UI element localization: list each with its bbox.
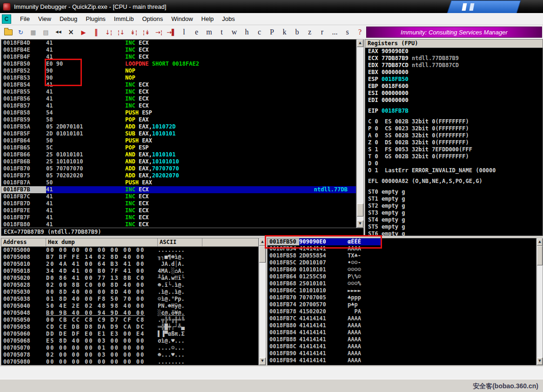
scrollbar-thumb[interactable] <box>357 203 363 216</box>
toolbar-k-button[interactable]: k <box>279 27 290 38</box>
register-text-row[interactable]: O 1 LastErr ERROR_INVALID_NAME (00000 <box>365 167 543 174</box>
toolbar-P-button[interactable]: P <box>266 27 278 38</box>
register-text-row[interactable]: A 0 SS 002B 32bit 0(FFFFFFFF) <box>365 132 543 139</box>
stack-row[interactable]: 0018FB7420700570p♣p <box>268 301 536 308</box>
stack-row[interactable]: 0018FB7070707005♣ppp <box>268 294 536 301</box>
stack-row[interactable]: 0018FB50909090E0αÉÉÉ <box>268 238 536 245</box>
disasm-row[interactable]: 0018FB5441INC ECX <box>1 81 356 88</box>
stack-row[interactable]: 0018FB9841414141AAAA <box>268 364 536 365</box>
registers-pane[interactable]: Registers (FPU) EAX 909090E0ECX 77DB87B9… <box>365 39 543 236</box>
menu-options[interactable]: Options <box>138 14 167 24</box>
disasm-row[interactable]: 0018FB5741INC ECX <box>1 102 356 109</box>
title-bar[interactable]: Immunity Debugger - QuickZip.exe - [CPU … <box>0 0 543 13</box>
disasm-row[interactable]: 0018FB6625 01010101AND EAX,1010101 <box>1 151 356 158</box>
menu-plugins[interactable]: Plugins <box>81 14 110 24</box>
disasm-row[interactable]: 0018FB5958POP EAX <box>1 116 356 123</box>
toolbar-b-button[interactable]: b <box>291 27 303 38</box>
scroll-down-icon[interactable]: ▼ <box>537 358 543 365</box>
scroll-up-icon[interactable]: ▲ <box>259 238 266 246</box>
register-text-row[interactable]: ST5 empty g <box>365 223 543 230</box>
menu-jobs[interactable]: Jobs <box>218 14 239 24</box>
dump-scrollbar[interactable]: ▲ ▼ <box>259 238 266 365</box>
register-row[interactable]: ESP 0018FB50 <box>365 76 543 83</box>
close-program-button[interactable]: × <box>65 27 77 38</box>
disasm-row[interactable]: 0018FB5F2D 01010101SUB EAX,1010101 <box>1 130 356 137</box>
register-row[interactable]: EBX 00000000 <box>365 69 543 76</box>
scrollbar-thumb[interactable] <box>259 246 266 263</box>
register-text-row[interactable]: C 0 ES 002B 32bit 0(FFFFFFFF) <box>365 118 543 125</box>
stack-row[interactable]: 0018FB6C10101010►►►► <box>268 287 536 294</box>
execute-till-return-button[interactable]: →¦ <box>153 27 165 38</box>
disasm-scrollbar[interactable]: ▲ ▼ <box>356 39 364 228</box>
menu-view[interactable]: View <box>34 14 55 24</box>
stack-row[interactable]: 0018FB5C2D010107•☺☺- <box>268 259 536 266</box>
stack-row[interactable]: 0018FB8C41414141AAAA <box>268 343 536 350</box>
disassembly-pane[interactable]: 0018FB4D41INC ECX0018FB4E41INC ECX0018FB… <box>1 39 356 228</box>
open-file-button[interactable] <box>2 27 14 38</box>
register-text-row[interactable]: EFL 00000A82 (O,NB,NE,A,S,PO,GE,G) <box>365 178 543 185</box>
toolbar-more-button[interactable]: ... <box>329 27 341 38</box>
toolbar-m-button[interactable]: m <box>203 27 215 38</box>
disasm-row[interactable]: 0018FB4F41INC ECX <box>1 54 356 61</box>
register-row[interactable]: ESI 00000000 <box>365 90 543 97</box>
step-into-button[interactable]: ↓¦ <box>103 27 114 38</box>
disasm-row[interactable]: 0018FB7B41INC ECXntdll.77DB <box>1 186 356 193</box>
dump-row[interactable]: 0070503801 8D 40 00 F8 50 70 00☺ì@.°Pp. <box>1 296 258 303</box>
stack-row[interactable]: 0018FB5441414141AAAA <box>268 245 536 252</box>
dump-row[interactable]: 00705060DD DE DF E0 E1 E3 00 E4▌▐▀αßπ.Σ <box>1 331 258 338</box>
toolbar-s-button[interactable]: s <box>342 27 353 38</box>
attach-button[interactable]: ▦ <box>27 27 39 38</box>
disasm-row[interactable]: 0018FB7E41INC ECX <box>1 207 356 214</box>
scroll-down-icon[interactable]: ▼ <box>259 358 266 365</box>
memory-dump-pane[interactable]: Address Hex dump ASCII 0070500000 00 00 … <box>1 238 259 365</box>
register-row[interactable]: EDI 00000000 <box>365 97 543 104</box>
stack-row[interactable]: 0018FB6401255C50P\%☺ <box>268 273 536 280</box>
dump-row[interactable]: 0070502802 00 8B C0 00 8D 40 00☻.ï└.ì@. <box>1 282 258 289</box>
scrollbar-thumb[interactable] <box>537 246 543 265</box>
disasm-row[interactable]: 0018FB5A05 2D070101ADD EAX,101072D <box>1 123 356 130</box>
toolbar-l-button[interactable]: l <box>178 27 190 38</box>
register-row[interactable]: EIP 0018FB7B <box>365 108 543 115</box>
toolbar-w-button[interactable]: w <box>228 27 240 38</box>
disasm-row[interactable]: 0018FB7505 70202020ADD EAX,20202070 <box>1 172 356 179</box>
menu-file[interactable]: File <box>16 14 34 24</box>
disasm-row[interactable]: 0018FB5290NOP <box>1 68 356 74</box>
dump-row[interactable]: 00705020D0 86 41 00 77 13 8B C0╨åA.w‼ï└ <box>1 275 258 282</box>
register-text-row[interactable]: ST2 empty g <box>365 203 543 210</box>
disasm-row[interactable]: 0018FB4E41INC ECX <box>1 47 356 54</box>
disasm-row[interactable]: 0018FB7005 70707070ADD EAX,70707070 <box>1 165 356 172</box>
toolbar-e-button[interactable]: e <box>191 27 202 38</box>
dump-row[interactable]: 0070500000 00 00 00 00 00 00 00........ <box>1 247 258 254</box>
restart-button[interactable]: ↻ <box>15 27 27 38</box>
menu-debug[interactable]: Debug <box>55 14 81 24</box>
register-row[interactable]: EBP 0018F600 <box>365 83 543 90</box>
register-text-row[interactable]: ST6 empty g <box>365 230 543 236</box>
register-text-row[interactable]: D 0 <box>365 160 543 167</box>
stack-row[interactable]: 0018FB9041414141AAAA <box>268 350 536 357</box>
register-text-row[interactable]: T 0 GS 002B 32bit 0(FFFFFFFF) <box>365 153 543 160</box>
cpu-window-icon[interactable]: C <box>2 14 11 24</box>
dump-row[interactable]: 0070503000 8D 40 00 00 8D 40 00.ì@..ì@. <box>1 289 258 296</box>
toolbar-help-button[interactable]: ? <box>354 27 366 38</box>
dump-row[interactable]: 0070501834 4D 41 00 B0 7F 41 004MA.░⌂A. <box>1 268 258 275</box>
stack-row[interactable]: 0018FB6001010101☺☺☺☺ <box>268 266 536 273</box>
disasm-row[interactable]: 0018FB6450PUSH EAX <box>1 137 356 144</box>
register-row[interactable]: EDX 77DB87CD ntdll.77DB87CD <box>365 62 543 69</box>
dump-row[interactable]: 0070505000 CB CC C8 C9 D7 CF C8.╦╠╚╔╫╧╚ <box>1 317 258 324</box>
register-text-row[interactable]: ST0 empty g <box>365 189 543 196</box>
dump-header-hex[interactable]: Hex dump <box>46 238 158 246</box>
stack-row[interactable]: 0018FB6825010101☺☺☺% <box>268 280 536 287</box>
stack-row[interactable]: 0018FB7841502020 PA <box>268 308 536 315</box>
menu-immlib[interactable]: ImmLib <box>110 14 138 24</box>
disasm-row[interactable]: 0018FB5854PUSH ESP <box>1 109 356 116</box>
dump-row[interactable]: 0070507802 00 00 00 03 00 00 00☻...♥... <box>1 351 258 358</box>
disasm-row[interactable]: 0018FB5641INC ECX <box>1 95 356 102</box>
dump-row[interactable]: 00705068E5 8D 40 00 03 00 00 00σì@.♥... <box>1 338 258 345</box>
disasm-row[interactable]: 0018FB7A50PUSH EAX <box>1 179 356 186</box>
register-text-row[interactable]: P 0 CS 0023 32bit 0(FFFFFFFF) <box>365 125 543 132</box>
stack-row[interactable]: 0018FB8441414141AAAA <box>268 329 536 336</box>
toolbar-r-button[interactable]: r <box>316 27 328 38</box>
trace-into-button[interactable]: ↡¦ <box>128 27 140 38</box>
disasm-row[interactable]: 0018FB50E0 90LOOPDNE SHORT 0018FAE2 <box>1 61 356 68</box>
dump-header-address[interactable]: Address <box>1 238 46 246</box>
